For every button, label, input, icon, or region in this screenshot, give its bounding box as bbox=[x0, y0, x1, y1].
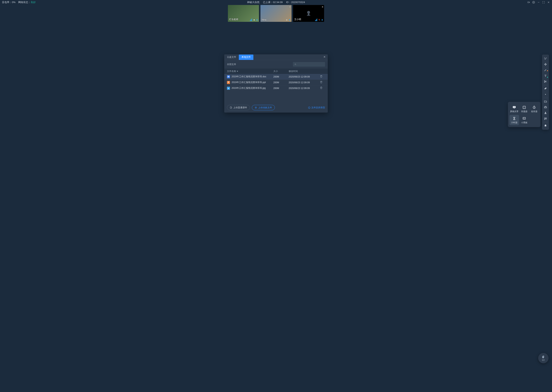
right-toolbar bbox=[542, 55, 549, 130]
video-tile-teacher[interactable]: 叮当老师 bbox=[228, 5, 259, 22]
video-name-label: Nina bbox=[262, 18, 266, 21]
tool-scissors[interactable] bbox=[542, 79, 549, 84]
tool-toolbox[interactable] bbox=[542, 104, 549, 110]
file-name: 2019年工作汇报情况查询等等.jpg bbox=[232, 86, 266, 90]
doc-file-icon: W bbox=[227, 75, 230, 78]
svg-point-28 bbox=[544, 81, 545, 81]
svg-point-34 bbox=[545, 118, 545, 119]
svg-point-29 bbox=[544, 82, 545, 83]
video-close-icon[interactable]: × bbox=[322, 5, 323, 8]
tool-pen[interactable] bbox=[542, 67, 549, 73]
color-indicator-dot bbox=[547, 70, 548, 71]
close-icon[interactable] bbox=[547, 1, 550, 4]
svg-point-30 bbox=[545, 94, 546, 95]
tool-race-answer[interactable]: 抢答器 bbox=[529, 104, 539, 114]
file-table-header: 文件名称▾ 大小 修改时间 bbox=[224, 69, 328, 74]
camera-off-icon bbox=[305, 10, 312, 17]
tool-timer[interactable]: 计时器 bbox=[509, 115, 519, 125]
svg-rect-14 bbox=[322, 19, 323, 20]
tool-answer-device[interactable]: 答题器 bbox=[519, 104, 529, 114]
topbar-center: 神秘大自然 已上课：02:34:09 ID：2020070324 bbox=[247, 0, 305, 4]
search-input[interactable] bbox=[298, 63, 324, 66]
top-status-bar: 丢包率：0% 网络状态：良好 神秘大自然 已上课：02:34:09 ID：202… bbox=[0, 0, 552, 5]
packet-loss: 丢包率：0% bbox=[2, 0, 15, 4]
image-file-icon: ▲ bbox=[227, 87, 230, 90]
upload-animated-button[interactable]: 上传动效文件 bbox=[252, 105, 275, 110]
video-status-icons bbox=[250, 19, 258, 21]
camera-toggle-icon[interactable] bbox=[527, 1, 530, 4]
video-status-icons bbox=[315, 19, 323, 21]
tool-laser-pointer[interactable] bbox=[542, 56, 549, 62]
settings-icon[interactable] bbox=[532, 1, 535, 4]
file-mtime: 2020/06/23 12:09:09 bbox=[289, 75, 317, 78]
signal-bars-icon bbox=[315, 19, 317, 21]
fullscreen-icon[interactable] bbox=[542, 1, 545, 4]
color-indicator-dot bbox=[547, 77, 548, 78]
topbar-left: 丢包率：0% 网络状态：良好 bbox=[2, 0, 36, 4]
video-name-label: 王小明 bbox=[294, 18, 301, 21]
col-size[interactable]: 大小 bbox=[273, 70, 289, 73]
col-name[interactable]: 文件名称▾ bbox=[227, 70, 273, 73]
session-id: ID：2020070324 bbox=[286, 0, 305, 4]
tool-screen-share[interactable]: 屏幕共享 bbox=[509, 104, 519, 114]
svg-rect-24 bbox=[514, 108, 515, 109]
tool-eraser[interactable] bbox=[542, 86, 549, 91]
tool-text[interactable] bbox=[542, 73, 549, 79]
svg-point-35 bbox=[546, 118, 546, 119]
svg-point-5 bbox=[254, 20, 255, 21]
minimize-icon[interactable] bbox=[537, 1, 540, 4]
file-row[interactable]: ▲ 2019年工作汇报情况查询等等.jpg 200M 2020/06/23 12… bbox=[224, 85, 328, 91]
svg-line-13 bbox=[319, 19, 320, 21]
file-size: 200M bbox=[273, 81, 289, 84]
dialog-tabs: 云盘文件 本地文件 bbox=[224, 54, 328, 60]
svg-point-1 bbox=[533, 2, 534, 3]
video-status-icons bbox=[286, 19, 291, 21]
tab-cloud-files[interactable]: 云盘文件 bbox=[224, 55, 239, 60]
camera-icon bbox=[286, 19, 288, 21]
svg-rect-11 bbox=[307, 15, 310, 16]
upload-plain-button[interactable]: 上传普通课件 bbox=[227, 105, 250, 110]
raise-hand-count: 0/2 bbox=[542, 359, 545, 361]
search-input-wrap[interactable] bbox=[293, 62, 325, 67]
mic-icon bbox=[289, 19, 291, 21]
tool-shapes[interactable] bbox=[542, 91, 549, 97]
tab-local-files[interactable]: 本地文件 bbox=[239, 55, 253, 60]
video-tile-student-1[interactable]: × Nina bbox=[261, 5, 291, 22]
ppt-file-icon: P bbox=[227, 81, 230, 84]
delete-file-icon[interactable] bbox=[317, 86, 325, 90]
video-close-icon[interactable]: × bbox=[289, 5, 291, 8]
svg-point-9 bbox=[307, 11, 310, 14]
network-status: 网络状态：良好 bbox=[18, 0, 36, 4]
window-controls bbox=[527, 1, 550, 4]
mic-muted-icon bbox=[318, 19, 320, 21]
video-tile-student-2[interactable]: × 王小明 bbox=[293, 5, 324, 22]
video-name-label: 叮当老师 bbox=[229, 18, 238, 21]
svg-rect-10 bbox=[308, 14, 310, 15]
delete-file-icon[interactable] bbox=[317, 75, 325, 78]
col-mtime[interactable]: 修改时间 bbox=[289, 70, 317, 73]
course-title: 神秘大自然 bbox=[247, 0, 260, 4]
svg-point-32 bbox=[545, 112, 546, 113]
dialog-toolbar: 全部文件 bbox=[224, 60, 328, 69]
elapsed-time: 已上课：02:34:09 bbox=[263, 0, 283, 4]
delete-file-icon[interactable] bbox=[317, 81, 325, 84]
file-row[interactable]: P 2019年工作汇报情况查询等等.ppt 200M 2020/06/23 12… bbox=[224, 80, 328, 85]
svg-point-17 bbox=[295, 64, 296, 65]
tool-move[interactable] bbox=[542, 62, 549, 67]
file-mtime: 2020/06/23 12:09:09 bbox=[289, 87, 317, 90]
raise-hand-fab[interactable]: 0/2 bbox=[538, 353, 549, 363]
tool-ring-bell[interactable] bbox=[542, 123, 549, 129]
svg-rect-6 bbox=[257, 19, 257, 20]
tool-courseware[interactable] bbox=[542, 98, 549, 104]
file-size: 200M bbox=[273, 75, 289, 78]
tool-participants[interactable] bbox=[542, 110, 549, 116]
supported-types-link[interactable]: 文件支持类型 bbox=[308, 106, 325, 109]
dialog-close-icon[interactable] bbox=[323, 56, 326, 59]
svg-rect-27 bbox=[523, 117, 525, 119]
svg-line-18 bbox=[296, 65, 296, 65]
file-row[interactable]: W 2019年工作汇报情况查询等等.doc 200M 2020/06/23 12… bbox=[224, 74, 328, 80]
tool-mini-blackboard[interactable]: 小黑板 bbox=[519, 115, 529, 125]
sort-indicator-icon: ▾ bbox=[237, 70, 238, 73]
tool-chat[interactable] bbox=[542, 116, 549, 122]
file-name: 2019年工作汇报情况查询等等.doc bbox=[232, 75, 266, 78]
